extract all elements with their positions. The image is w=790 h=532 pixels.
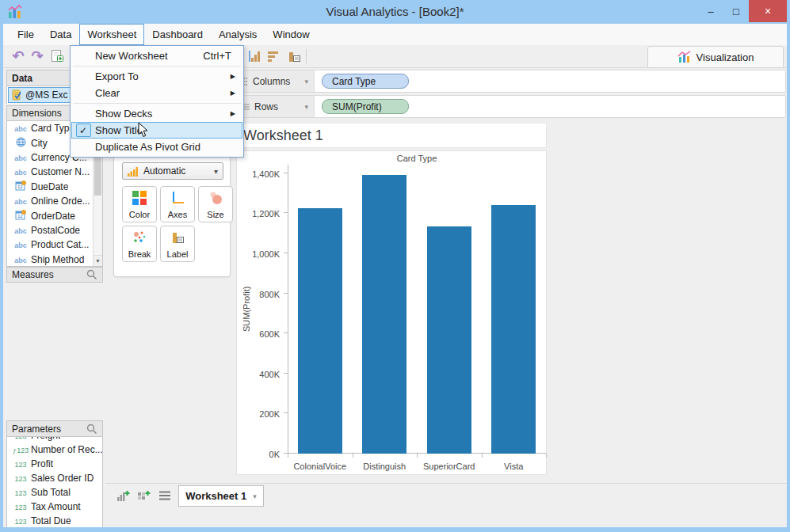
rows-pill-sum-profit[interactable]: SUM(Profit) — [322, 99, 409, 114]
columns-pill-card-type[interactable]: Card Type — [322, 74, 409, 89]
y-tick-mark — [284, 173, 288, 173]
menubar-item-worksheet[interactable]: Worksheet — [79, 24, 144, 45]
label-button[interactable]: Label — [160, 226, 195, 262]
columns-dropdown-icon[interactable]: ▾ — [304, 78, 308, 86]
maximize-button[interactable]: □ — [723, 0, 749, 22]
color-button[interactable]: Color — [122, 186, 157, 222]
axes-icon — [170, 190, 185, 206]
new-dashboard-icon[interactable] — [135, 488, 153, 504]
undo-icon[interactable]: ↶ — [10, 48, 27, 65]
dimension-label: Online Orde... — [31, 196, 90, 207]
worksheet-tab-dropdown-icon[interactable]: ▾ — [253, 492, 257, 500]
visualization-label: Visualization — [696, 51, 754, 63]
menubar-item-analysis[interactable]: Analysis — [211, 24, 265, 45]
color-icon — [132, 190, 147, 206]
sheet-list-icon[interactable] — [156, 488, 174, 504]
rows-dropdown-icon[interactable]: ▾ — [304, 103, 308, 111]
dimension-item[interactable]: 12OrderDate — [7, 208, 102, 222]
menu-item-clear[interactable]: Clear▶ — [71, 85, 242, 101]
menubar-item-window[interactable]: Window — [265, 24, 317, 45]
new-sheet-icon[interactable] — [115, 488, 132, 504]
chart-bar[interactable] — [362, 175, 406, 454]
rows-label-text: Rows — [254, 101, 278, 112]
measure-item[interactable]: ƒ123Number of Rec... — [7, 443, 102, 457]
menu-item-duplicate-as-pivot-grid[interactable]: Duplicate As Pivot Grid — [71, 139, 242, 155]
parameters-title: Parameters — [12, 424, 61, 435]
dimension-item[interactable]: abcShip Method — [7, 253, 102, 267]
minimize-button[interactable]: – — [698, 0, 723, 22]
chart-bar[interactable] — [491, 205, 536, 454]
menu-item-show-decks[interactable]: Show Decks▶ — [71, 105, 242, 122]
axes-button[interactable]: Axes — [160, 186, 195, 222]
search-icon[interactable] — [86, 269, 97, 280]
search-icon[interactable] — [86, 424, 97, 435]
field-icon-cell: 123 — [10, 473, 31, 484]
dimension-item[interactable]: abcOnline Orde... — [7, 194, 102, 208]
menu-separator — [73, 103, 241, 104]
measure-label: Number of Rec... — [31, 444, 102, 455]
window-controls: – □ × — [698, 0, 787, 22]
sort-ascending-icon[interactable] — [246, 48, 263, 65]
columns-shelf: Columns ▾ Card Type — [236, 70, 786, 93]
visualization-icon — [677, 51, 692, 63]
number-field-icon: 123 — [14, 504, 26, 511]
menu-item-export-to[interactable]: Export To▶ — [71, 68, 242, 85]
menubar-item-data[interactable]: Data — [42, 24, 79, 45]
y-tick-label: 1,000K — [237, 249, 280, 259]
size-button[interactable]: Size — [198, 186, 233, 222]
close-button[interactable]: × — [749, 0, 787, 22]
y-tick-label: 400K — [237, 370, 280, 379]
menu-item-label: Clear — [95, 87, 242, 99]
visualization-button[interactable]: Visualization — [647, 46, 784, 68]
mark-type-dropdown[interactable]: Automatic ▾ — [122, 162, 223, 180]
menubar-item-file[interactable]: File — [10, 24, 42, 45]
rows-shelf-label[interactable]: Rows ▾ — [237, 96, 315, 117]
menu-item-show-title[interactable]: ✓Show Title — [71, 122, 242, 139]
dimension-item[interactable]: abcProduct Cat... — [7, 238, 102, 252]
submenu-arrow-icon: ▶ — [231, 89, 235, 97]
mouse-cursor — [138, 122, 149, 138]
dimension-item[interactable]: abcCustomer N... — [7, 165, 102, 179]
measure-item[interactable]: 123Tax Amount — [7, 500, 102, 514]
menu-item-shortcut: Ctrl+T — [203, 50, 242, 62]
dimension-label: Customer N... — [31, 166, 90, 177]
redo-icon[interactable]: ↷ — [29, 48, 46, 65]
data-panel-title: Data — [12, 73, 32, 84]
menu-item-new-worksheet[interactable]: New WorksheetCtrl+T — [71, 48, 242, 64]
x-tick-mark — [482, 454, 483, 458]
field-icon-cell: abc — [10, 166, 31, 177]
dimension-item[interactable]: abcPostalCode — [7, 223, 102, 238]
field-icon-cell: 123 — [10, 487, 31, 498]
chart-bar[interactable] — [298, 208, 342, 454]
chart-bar[interactable] — [427, 226, 471, 454]
dimension-label: City — [31, 138, 48, 149]
worksheet-tab[interactable]: Worksheet 1 ▾ — [178, 485, 264, 507]
y-tick-mark — [284, 212, 288, 213]
menubar-item-dashboard[interactable]: Dashboard — [144, 24, 211, 45]
dimension-item[interactable]: 12DueDate — [7, 180, 102, 194]
measure-item[interactable]: 123Profit — [7, 457, 102, 471]
sort-descending-icon[interactable] — [265, 48, 282, 65]
label-label: Label — [167, 249, 189, 259]
show-labels-icon[interactable] — [285, 48, 303, 65]
dimension-label: Product Cat... — [31, 239, 89, 250]
columns-shelf-label[interactable]: Columns ▾ — [237, 70, 315, 92]
dimension-label: PostalCode — [31, 225, 80, 236]
calculated-field-icon: ƒ — [13, 447, 16, 454]
measure-label: Profit — [31, 458, 53, 469]
text-field-icon: abc — [14, 125, 27, 133]
measure-item[interactable]: 123Sales Order ID — [7, 471, 102, 485]
chevron-down-icon: ▾ — [214, 167, 218, 176]
measure-item[interactable]: 123Total Due — [7, 514, 102, 527]
globe-icon — [16, 137, 26, 147]
x-tick-mark — [546, 454, 547, 458]
check-icon: ✓ — [76, 124, 91, 137]
submenu-arrow-icon: ▶ — [231, 73, 235, 80]
measure-item[interactable]: 123Sub Total — [7, 485, 102, 500]
new-worksheet-icon[interactable] — [48, 48, 66, 65]
scroll-down-icon[interactable]: ▼ — [94, 255, 102, 266]
date-field-icon: 12 — [15, 210, 26, 220]
worksheet-title-band: Worksheet 1 — [236, 123, 547, 148]
break-button[interactable]: Break — [122, 226, 157, 262]
y-tick-mark — [284, 332, 288, 333]
